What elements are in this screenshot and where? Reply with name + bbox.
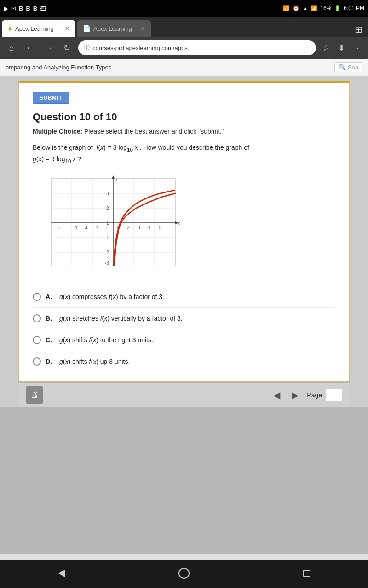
breadcrumb-bar: omparing and Analyzing Function Types 🔍 … [0,59,368,76]
choice-letter-b: B. [46,315,55,322]
choice-d[interactable]: D. g(x) shifts f(x) up 3 units. [33,351,335,372]
tab-close-inactive[interactable]: ✕ [140,25,145,32]
tab-favicon-inactive: 📄 [83,25,91,32]
choice-text-b: g(x) stretches f(x) vertically by a fact… [59,315,183,322]
svg-point-33 [179,568,189,578]
tab-label-active: Apex Learning [15,25,54,32]
svg-text:-1: -1 [105,235,109,240]
pocketcasts-icon: ▶ [4,5,8,12]
battery-text: 16% [320,5,331,11]
back-nav-button[interactable] [55,567,68,582]
svg-text:-5: -5 [56,225,60,230]
question-title: Question 10 of 10 [33,111,335,123]
svg-rect-34 [304,570,310,577]
refresh-button[interactable]: ↻ [60,41,74,55]
home-button[interactable]: ⌂ [5,41,18,55]
bbm3-icon: B [33,5,37,12]
svg-text:4: 4 [148,225,151,230]
time-display: 6:01 PM [344,5,364,11]
forward-button[interactable]: → [41,41,55,55]
bbm2-icon: B [26,5,30,12]
radio-a[interactable] [33,293,41,301]
svg-marker-32 [58,570,65,577]
choice-text-c: g(x) shifts f(x) to the right 3 units. [59,336,153,344]
gray-area [0,407,368,554]
print-icon: 🖨 [30,390,39,400]
svg-text:-3: -3 [83,225,87,230]
tab-close-active[interactable]: ✕ [64,25,70,32]
radio-c[interactable] [33,336,41,344]
choice-b[interactable]: B. g(x) stretches f(x) vertically by a f… [33,308,335,329]
svg-text:-1: -1 [104,225,108,230]
instruction-bold: Multiple Choice: [33,128,82,135]
svg-text:-4: -4 [73,225,77,230]
separator [286,388,286,402]
new-tab-button[interactable]: ⊞ [351,22,366,37]
signal-icon: 📶 [283,5,290,11]
radio-b[interactable] [33,314,41,322]
radio-d[interactable] [33,357,41,366]
email-icon: ✉ [11,5,16,12]
address-bar: ⌂ ← → ↻ ⓘ courses-prd.apexlearning.com/a… [0,37,368,59]
next-page-button[interactable]: ▶ [290,388,300,402]
choice-text-d: g(x) shifts f(x) up 3 units. [59,358,130,365]
status-left: ▶ ✉ B B B 🖼 [4,5,46,12]
download-button[interactable]: ⬇ [336,41,347,55]
svg-text:-2: -2 [94,225,98,230]
wifi-icon: ▲ [302,5,308,11]
tab-label-inactive: Apex Learning [93,25,132,32]
bottom-bar: 🖨 ◀ ▶ Page [18,382,350,407]
choice-letter-a: A. [46,293,55,300]
search-icon: 🔍 [339,64,346,71]
search-box[interactable]: 🔍 Sea [334,62,362,72]
svg-text:3: 3 [106,191,109,196]
breadcrumb-text: omparing and Analyzing Function Types [6,64,111,71]
content-area: SUBMIT Question 10 of 10 Multiple Choice… [0,76,368,407]
choice-a[interactable]: A. g(x) compresses f(x) by a factor of 3… [33,286,335,308]
search-placeholder: Sea [348,64,358,71]
more-button[interactable]: ⋮ [351,41,363,55]
svg-text:-2: -2 [105,250,109,255]
tab-inactive[interactable]: 📄 Apex Learning ✕ [77,20,151,37]
page-input[interactable] [326,389,342,401]
bookmark-button[interactable]: ☆ [321,41,332,55]
print-button[interactable]: 🖨 [26,386,43,404]
svg-text:3: 3 [138,225,140,230]
android-nav [0,560,368,588]
graph-container: -5 -4 -2 -3 -1 1 2 3 4 5 x 3 2 1 -1 -2 -… [37,174,180,275]
tab-favicon-active: ◈ [7,25,12,32]
bbm-icon: B [19,5,23,12]
choice-letter-c: C. [46,336,55,344]
battery-icon: 🔋 [334,5,341,11]
status-bar: ▶ ✉ B B B 🖼 📶 ⏰ ▲ 📶 16% 🔋 6:01 PM [0,0,368,17]
secure-icon: ⓘ [84,44,90,52]
question-text: Below is the graph of f(x) = 3 log10 x .… [33,142,335,166]
svg-text:2: 2 [127,225,130,230]
quiz-container: SUBMIT Question 10 of 10 Multiple Choice… [18,81,350,382]
signal-bars-icon: 📶 [310,5,317,11]
svg-text:x: x [177,220,180,226]
page-label: Page [307,391,322,399]
tab-bar: ◈ Apex Learning ✕ 📄 Apex Learning ✕ ⊞ [0,17,368,37]
svg-text:1: 1 [106,220,109,226]
function-graph: -5 -4 -2 -3 -1 1 2 3 4 5 x 3 2 1 -1 -2 -… [37,174,180,275]
instruction-text: Please select the best answer and click … [82,128,224,135]
choice-letter-d: D. [46,358,55,365]
tab-active[interactable]: ◈ Apex Learning ✕ [2,20,75,37]
image-icon: 🖼 [40,5,46,12]
home-nav-button[interactable] [178,567,190,582]
alarm-icon: ⏰ [293,5,299,11]
recents-nav-button[interactable] [300,567,313,582]
choice-text-a: g(x) compresses f(x) by a factor of 3. [59,293,164,300]
svg-text:2: 2 [106,206,109,211]
submit-button[interactable]: SUBMIT [33,92,69,104]
choice-c[interactable]: C. g(x) shifts f(x) to the right 3 units… [33,329,335,351]
svg-text:5: 5 [159,225,161,230]
svg-text:-3: -3 [105,260,109,266]
question-instruction: Multiple Choice: Please select the best … [33,128,335,135]
url-input-container[interactable]: ⓘ courses-prd.apexlearning.com/apps. [78,40,316,55]
back-button[interactable]: ← [23,41,37,55]
prev-page-button[interactable]: ◀ [271,388,282,402]
url-display: courses-prd.apexlearning.com/apps. [92,45,310,51]
answer-choices: A. g(x) compresses f(x) by a factor of 3… [33,286,335,372]
